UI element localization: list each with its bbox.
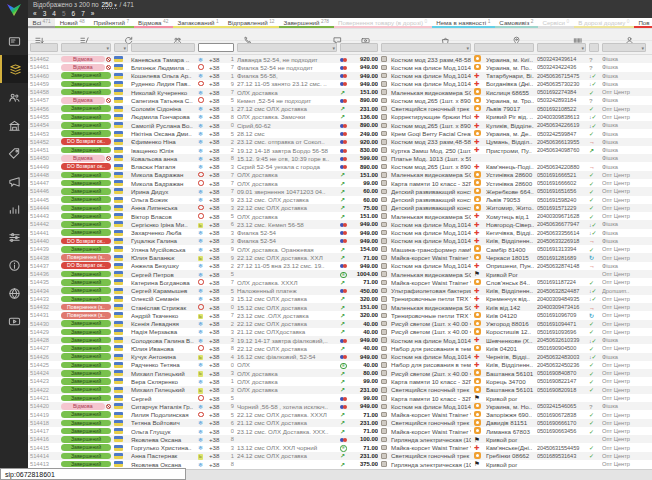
order-row[interactable]: 514414ЗавершенийАнна Пастернакlc+38124.1… [28,452,652,460]
order-row[interactable]: 514424ЗавершенийМихаил Гилецькийlc+383ОЛ… [28,369,652,377]
order-row[interactable]: 514419ЗавершенийЛилия Подолинская+38522.… [28,410,652,418]
order-row[interactable]: 514459ЗавершенийРуденко Лидия Пав..+3892… [28,80,652,88]
comments-count: 5 [226,288,234,294]
integrations-globe-icon[interactable] [0,279,28,307]
order-row[interactable]: 514450ВідмоваКовальова анна❄+38815.12. 9… [28,154,652,162]
order-row[interactable]: 514426ЗавершенийКучук Антонинаlc+38416.1… [28,353,652,361]
page-button[interactable]: 5 [62,10,66,18]
order-row[interactable]: 514415ЗавершенийГоргулько Христина..❄+38… [28,443,652,451]
page-button[interactable]: 3 [43,10,47,18]
filter-source[interactable]: ▾ [602,43,646,52]
filter-status[interactable]: ▾ [61,43,111,52]
tab-Запакований[interactable]: Запакований1 [173,18,223,28]
tab-В дорозі додому[interactable]: В дорозі додому0 [574,18,634,28]
order-row[interactable]: 514456ЗавершенийСоломія Сідоніна❄+38127.… [28,105,652,113]
filter-phone[interactable] [198,43,234,52]
order-id: 514444 [30,205,58,211]
product-name: Костюм на флисе Мод,1014 (1ш [391,221,471,228]
order-row[interactable]: 514438Повернення (з..Юлия Баланюкlc+3892… [28,253,652,261]
products-tag-icon[interactable] [0,139,28,167]
order-row[interactable]: 514453ЗавершенийНікітіна Оксана Дми..❄+3… [28,129,652,137]
order-row[interactable]: 514458ЗавершенийНиколай Кучеренко❄+387ОЛ… [28,88,652,96]
tab-Нема в наявності[interactable]: Нема в наявності1 [432,18,495,28]
first-page-icon[interactable]: « [33,10,37,18]
page-button[interactable]: 6 [72,10,76,18]
order-row[interactable]: 514460ЗавершенийКошелева Ольга Ар..❄+381… [28,72,652,80]
tab-Відправлений[interactable]: Відправлений12 [223,18,279,28]
tab-Самовивіз[interactable]: Самовивіз2 [495,18,538,28]
order-row[interactable]: 514427ЗавершенийЮлия Иванова+38822.12 см… [28,344,652,352]
last-page-icon[interactable]: » [91,10,95,18]
filter-name[interactable] [131,43,195,52]
marketing-icon[interactable] [0,167,28,195]
dashboard-icon[interactable] [0,27,28,55]
order-row[interactable]: 514442ЗавершенийСергієнко Іріна Ми..lc+3… [28,220,652,228]
order-row[interactable]: 514437DO Возврат ок..Анжела Безушку❄+382… [28,262,652,270]
order-row[interactable]: 514461ВідмоваБлизнюк Людмила ..+387Фиалк… [28,63,652,71]
pickup-flag-icon: ⚑ [474,271,480,278]
order-row[interactable]: 514441ЗавершенийЗахарченко Люба❄+383Фиал… [28,229,652,237]
order-row[interactable]: 514433ЗавершенийОлексій Семанін❄+38315.1… [28,295,652,303]
order-row[interactable]: 514452DO Возврат ок..Єфименко Ніна❄+3822… [28,138,652,146]
order-row[interactable]: 514430ЗавершенийКсенія Левадняя❄+38222.1… [28,320,652,328]
page-button[interactable]: 4 [52,10,56,18]
tab-Відмова[interactable]: Відмова42 [134,18,173,28]
filter-flag[interactable]: ▾ [114,43,128,52]
order-row[interactable]: 514440DO Возврат ок..Гуцалюк Галина❄+383… [28,237,652,245]
order-row[interactable]: 514432Повернення (з..Станіслав Стрижак+3… [28,303,652,311]
order-row[interactable]: 514449DO Возврат ок..Власюк Наталя❄+383С… [28,162,652,170]
ttn-status-delivered-icon: ↓✓ [589,123,597,129]
order-row[interactable]: 514446ЗавершенийИрина Дидух❄+38709.01 зв… [28,187,652,195]
order-row[interactable]: 514423ЗавершенийВера Скляренко❄+381ОЛХ д… [28,377,652,385]
tab-Сервіси[interactable]: Сервіси0 [538,18,574,28]
tab-Новий[interactable]: Новий48 [55,18,89,28]
order-row[interactable]: 514462ВідмоваКаневська Тамара ..❄+381Лав… [28,55,652,63]
filter-product[interactable]: ▾ [381,43,471,52]
order-row[interactable]: 514429ЗавершенийНадія Мерзаєва❄+38321.12… [28,328,652,336]
tab-Пов[interactable]: Пов [634,18,652,28]
order-row[interactable]: 514422ЗавершенийМихаил Гилецькийlc+383ОЛ… [28,386,652,394]
order-row[interactable]: 514436ЗавершенийСергей Петров❄+385₴1004.… [28,270,652,278]
tab-Всі[interactable]: Всі471 [28,18,55,28]
info-icon[interactable] [0,251,28,279]
order-row[interactable]: 514443ЗавершенийВіктор Власов+385ОЛХ дос… [28,212,652,220]
filter-comment[interactable]: ▾ [237,43,337,52]
order-row[interactable]: 514439ЗавершенийУляна Мусійовська❄+389ОЛ… [28,245,652,253]
order-row[interactable]: 514447ЗавершенийМикола Бадражан+387ОЛХ д… [28,179,652,187]
order-row[interactable]: 514416ЗавершенийЯковлева Оксана❄+388100.… [28,435,652,443]
filter-ttn[interactable]: ▾ [537,43,586,52]
tab-Повернення товару (в дорозі)[interactable]: Повернення товару (в дорозі)0 [334,18,432,28]
filter-ttn-status[interactable] [589,43,599,52]
order-row[interactable]: 514457ВідмоваСапегина Татьяна С..+385Кем… [28,96,652,104]
order-row[interactable]: 514435ЗавершенийКатерина Богданова+387ОЛ… [28,278,652,286]
order-row[interactable]: 514451ЗавершенийІващенко Юлія❄+38219.12 … [28,146,652,154]
statistics-icon[interactable] [0,195,28,223]
order-row[interactable]: 514448ЗавершенийМикола Бадражан+387ОЛХ д… [28,171,652,179]
order-row[interactable]: 514421ЗавершенийСергей+38599.00Карта пам… [28,394,652,402]
order-row[interactable]: 514417ЗавершенийОльга Глущук❄+38023.12 с… [28,427,652,435]
tab-Завершений[interactable]: Завершений278 [279,18,334,28]
filter-price[interactable] [340,43,378,52]
per-page-dropdown[interactable]: 250 ▾ [102,1,117,9]
filter-id[interactable] [30,43,58,52]
page-button[interactable]: 7 [81,10,85,18]
order-row[interactable]: 514434ЗавершенийСергей Карамышев❄+385Нал… [28,286,652,294]
clients-icon[interactable] [0,83,28,111]
order-row[interactable]: 514455ЗавершенийЛюдмила Гончарова❄+388ОЛ… [28,113,652,121]
video-icon[interactable] [0,307,28,335]
orders-icon[interactable] [0,55,28,83]
app-logo[interactable] [6,3,22,21]
warehouse-icon[interactable] [0,111,28,139]
order-row[interactable]: 514420ВідмоваСитарчук Наталія Гр..❄+389Ч… [28,402,652,410]
order-row[interactable]: 514444ЗавершенийАнна Липенська+38322.12 … [28,204,652,212]
product-icon [381,230,387,236]
order-row[interactable]: 514431Повернення (з..Андрій Ткаченкоlc+3… [28,311,652,319]
tab-Прийнятий[interactable]: Прийнятий7 [89,18,134,28]
order-row[interactable]: 514425ЗавершенийРадченко Тетяна❄+380ОЛХ₴… [28,361,652,369]
order-row[interactable]: 514445ЗавершенийОльга Божик❄+38923.12 см… [28,196,652,204]
filter-address[interactable] [474,43,534,52]
order-row[interactable]: 514454ЗавершенийСамотій Руслана Во..❄+38… [28,121,652,129]
order-row[interactable]: 514418ЗавершенийТетяна Войтович❄+38621.1… [28,419,652,427]
settings-sliders-icon[interactable] [0,223,28,251]
order-row[interactable]: 514428ЗавершенийСолодкова Галина В..❄+38… [28,336,652,344]
